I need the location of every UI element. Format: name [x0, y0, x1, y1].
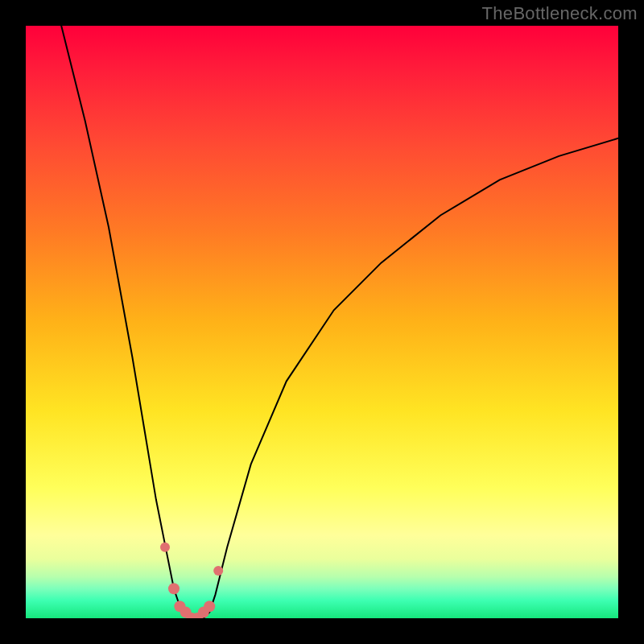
- curve-dot: [160, 543, 170, 552]
- curve-layer: [26, 26, 618, 618]
- curve-dot: [204, 601, 215, 612]
- chart-frame: TheBottleneck.com: [0, 0, 644, 644]
- watermark-text: TheBottleneck.com: [482, 3, 638, 24]
- curve-dot: [213, 566, 223, 576]
- bottleneck-curve: [61, 26, 618, 618]
- curve-dots: [160, 543, 223, 618]
- plot-area: [26, 26, 618, 618]
- curve-dot: [168, 583, 180, 594]
